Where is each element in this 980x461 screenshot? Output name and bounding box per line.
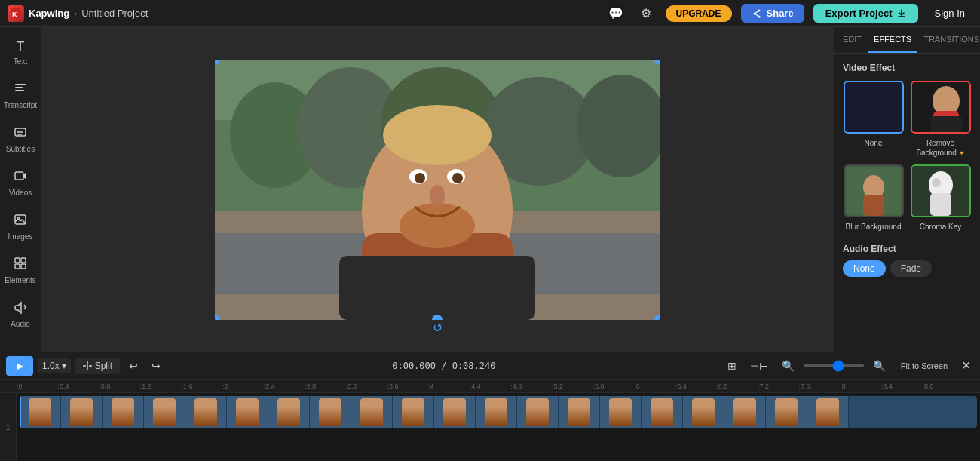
svg-line-5 — [755, 11, 759, 14]
ruler-mark-3: :1.2 — [140, 383, 182, 390]
effect-none[interactable]: None — [843, 81, 904, 158]
fit-screen-button[interactable]: Fit to Screen — [895, 358, 954, 373]
svg-rect-33 — [339, 256, 535, 320]
images-icon — [14, 213, 27, 230]
share-icon — [752, 8, 762, 19]
logo-area: K Kapwing › Untitled Project — [8, 5, 148, 22]
svg-rect-19 — [21, 264, 26, 269]
frame-thumb-10 — [393, 396, 434, 428]
video-background — [215, 60, 660, 320]
audio-option-fade[interactable]: Fade — [890, 260, 932, 277]
redo-timeline-button[interactable]: ↪ — [147, 357, 165, 375]
speed-chevron: ▾ — [62, 361, 66, 371]
sidebar-item-text[interactable]: T Text — [2, 33, 38, 72]
svg-rect-18 — [15, 264, 20, 269]
sidebar-item-text-label: Text — [14, 57, 27, 66]
effect-blur-bg-preview — [845, 166, 902, 216]
split-button[interactable]: Split — [75, 358, 120, 374]
ruler-mark-16: :6.4 — [675, 383, 717, 390]
subtitles-icon — [14, 125, 27, 143]
ruler-mark-22: :8.8 — [922, 383, 963, 390]
effect-remove-bg-label: Remove Background ✦ — [910, 138, 971, 158]
frame-thumb-13 — [517, 396, 559, 428]
track-options-icon[interactable]: ⊞ — [723, 357, 741, 375]
undo-btn[interactable] — [2, 344, 38, 352]
effect-blur-bg-thumbnail — [844, 164, 904, 217]
frame-thumb-9 — [351, 396, 393, 428]
effect-remove-bg-preview — [912, 82, 969, 132]
export-icon — [897, 9, 906, 18]
audio-options: None Fade — [843, 260, 971, 277]
zoom-slider[interactable] — [804, 364, 864, 367]
upgrade-button[interactable]: UPGRADE — [666, 5, 732, 22]
sidebar-item-videos[interactable]: Videos — [2, 163, 38, 204]
export-label: Export Project — [825, 8, 893, 19]
video-track[interactable] — [20, 396, 977, 428]
undo-timeline-button[interactable]: ↩ — [124, 357, 142, 375]
svg-point-34 — [400, 203, 475, 248]
sidebar-item-transcript[interactable]: Transcript — [2, 75, 38, 116]
sparkle-icon: ✦ — [959, 149, 965, 157]
sidebar-item-videos-label: Videos — [9, 189, 32, 198]
settings-icon-btn[interactable]: ⚙ — [635, 3, 657, 24]
video-effect-title: Video Effect — [843, 63, 971, 73]
signin-button[interactable]: Sign In — [927, 4, 972, 23]
svg-point-31 — [383, 105, 492, 165]
svg-rect-16 — [15, 258, 20, 263]
play-button[interactable]: ▶ — [6, 356, 33, 376]
frame-thumb-18 — [724, 396, 766, 428]
panel-tabs: EDIT EFFECTS TRANSITIONS TIMING — [834, 27, 980, 54]
brand-name: Kapwing — [29, 8, 69, 19]
effect-chroma-key[interactable]: Chroma Key — [910, 164, 971, 232]
timeline-right-controls: ⊞ ⊣⊢ 🔍 🔍 Fit to Screen ✕ — [723, 355, 974, 376]
ruler-mark-7: :2.8 — [305, 383, 346, 390]
close-timeline-button[interactable]: ✕ — [958, 355, 974, 376]
transcript-icon — [14, 81, 27, 99]
sidebar-item-subtitles[interactable]: Subtitles — [2, 119, 38, 160]
frame-thumb-1 — [20, 396, 61, 428]
svg-point-39 — [430, 185, 445, 206]
comment-icon-btn[interactable]: 💬 — [605, 3, 626, 24]
zoom-out-icon[interactable]: 🔍 — [777, 357, 799, 375]
sidebar-item-images[interactable]: Images — [2, 207, 38, 247]
topbar: K Kapwing › Untitled Project 💬 ⚙ UPGRADE… — [0, 0, 980, 27]
fit-tracks-icon[interactable]: ⊣⊢ — [746, 357, 773, 375]
sidebar-item-elements[interactable]: Elements — [2, 250, 38, 291]
speed-selector[interactable]: 1.0x ▾ — [38, 358, 71, 373]
effect-blur-bg[interactable]: Blur Background — [843, 164, 904, 232]
audio-option-none[interactable]: None — [843, 260, 886, 277]
sidebar-item-audio[interactable]: Audio — [2, 294, 38, 335]
svg-point-51 — [932, 178, 941, 187]
timeline-track-area: 1 — [0, 393, 980, 461]
tab-edit[interactable]: EDIT — [837, 27, 868, 53]
split-icon — [83, 361, 92, 370]
audio-icon — [14, 300, 27, 318]
share-button[interactable]: Share — [741, 4, 804, 23]
breadcrumb-separator: › — [74, 8, 77, 19]
share-label: Share — [767, 8, 794, 19]
sidebar-item-images-label: Images — [8, 232, 33, 241]
frame-thumb-2 — [61, 396, 103, 428]
undo-area — [2, 338, 38, 352]
export-button[interactable]: Export Project — [813, 4, 918, 23]
tab-transitions[interactable]: TRANSITIONS — [917, 27, 980, 53]
project-name[interactable]: Untitled Project — [81, 8, 148, 19]
left-sidebar: T Text Transcript Subtitles Videos Ima — [0, 27, 41, 352]
effect-remove-bg[interactable]: Remove Background ✦ — [910, 81, 971, 158]
effect-chroma-key-label: Chroma Key — [920, 222, 962, 232]
tab-effects[interactable]: EFFECTS — [868, 27, 917, 53]
svg-rect-7 — [15, 84, 26, 85]
canvas-wrapper: ↺ — [215, 60, 660, 320]
playhead[interactable] — [20, 396, 21, 428]
ruler-mark-12: :4.8 — [510, 383, 552, 390]
svg-rect-17 — [21, 258, 26, 263]
video-canvas[interactable] — [215, 60, 660, 320]
sidebar-item-subtitles-label: Subtitles — [6, 145, 35, 154]
handle-bottom-center[interactable] — [432, 315, 443, 320]
elements-icon — [14, 257, 27, 274]
zoom-in-icon[interactable]: 🔍 — [868, 357, 890, 375]
sidebar-item-audio-label: Audio — [11, 320, 30, 329]
svg-rect-43 — [930, 116, 962, 132]
ruler-mark-0: :0 — [17, 383, 58, 390]
track-label-1: 1 — [0, 393, 17, 461]
